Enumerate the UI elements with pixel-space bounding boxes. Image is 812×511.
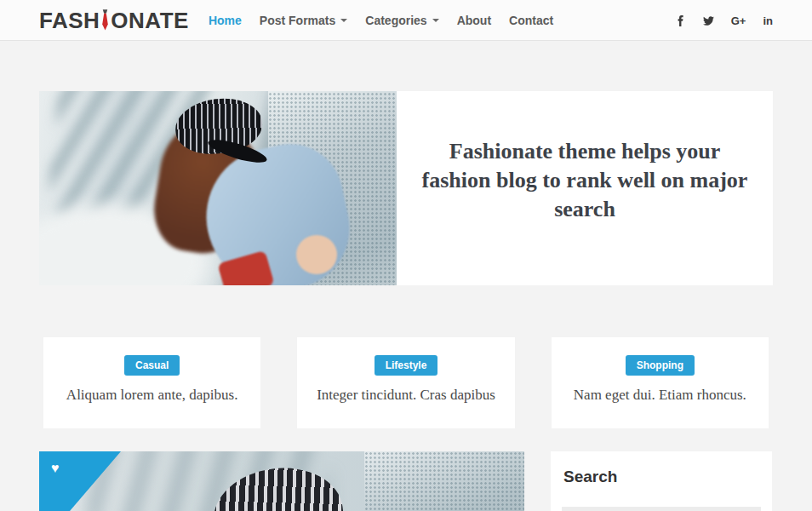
nav-item-label: Categories [365,14,426,27]
heart-icon: ♥ [51,461,60,476]
social-links: G+ in [675,15,773,26]
nav-item-post-formats[interactable]: Post Formats [260,14,347,27]
hero-text-panel: Fashionate theme helps your fashion blog… [397,91,773,285]
category-excerpt: Aliquam lorem ante, dapibus. [52,387,252,404]
category-card-shopping: Shopping Nam eget dui. Etiam rhoncus. [552,337,769,428]
twitter-icon[interactable] [703,15,714,26]
chevron-down-icon [432,19,439,22]
photo-shape [296,235,337,274]
logo-text-right: ONATE [111,9,189,32]
photo-shape [364,451,524,511]
nav-item-home[interactable]: Home [209,14,242,27]
nav-item-label: Home [209,14,242,27]
nav-item-label: Contact [509,14,553,27]
category-card-lifestyle: Lifestyle Integer tincidunt. Cras dapibu… [297,337,514,428]
category-excerpt: Integer tincidunt. Cras dapibus [306,387,506,404]
sidebar-search-widget: Search [551,451,772,511]
linkedin-icon[interactable]: in [763,15,773,26]
category-card-casual: Casual Aliquam lorem ante, dapibus. [43,337,260,428]
site-logo[interactable]: FASH ONATE [39,9,189,32]
hero-card: Fashionate theme helps your fashion blog… [39,91,773,285]
google-plus-icon[interactable]: G+ [731,15,746,26]
necktie-icon [100,9,110,32]
chevron-down-icon [340,19,347,22]
search-widget-title: Search [563,468,761,486]
hero-headline: Fashionate theme helps your fashion blog… [418,137,752,225]
hero-section: Fashionate theme helps your fashion blog… [39,91,773,285]
logo-text-left: FASH [39,9,100,32]
hero-image [39,91,397,285]
category-badge[interactable]: Casual [124,355,180,376]
photo-shape [364,451,524,511]
top-navbar: FASH ONATE Home Post Formats Categories [0,0,812,41]
nav-item-categories[interactable]: Categories [365,14,438,27]
category-excerpt: Nam eget dui. Etiam rhoncus. [560,387,760,404]
nav-item-about[interactable]: About [457,14,491,27]
facebook-icon[interactable] [675,15,686,26]
main-menu: Home Post Formats Categories About Conta… [209,14,553,27]
nav-item-contact[interactable]: Contact [509,14,553,27]
category-badge[interactable]: Shopping [626,355,695,376]
category-cards-row: Casual Aliquam lorem ante, dapibus. Life… [39,337,773,428]
nav-item-label: About [457,14,491,27]
content-row: ♥ Search [39,451,773,511]
category-badge[interactable]: Lifestyle [375,355,438,376]
nav-item-label: Post Formats [260,14,335,27]
search-input[interactable] [562,507,761,511]
post-featured-image[interactable]: ♥ [39,451,524,511]
